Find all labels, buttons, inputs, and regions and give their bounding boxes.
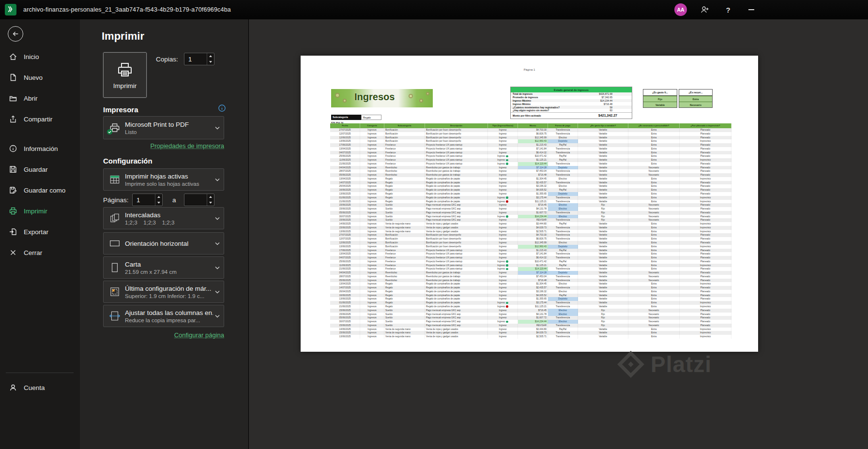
table-cell: Planeado — [680, 184, 731, 188]
banner-title: Ingresos — [354, 91, 395, 103]
table-cell: Imprevisto — [680, 177, 731, 181]
mini-table-cell: Fijo — [643, 96, 677, 102]
sidebar-item-nuevo[interactable]: Nuevo — [0, 67, 80, 88]
table-cell: Fijo — [578, 207, 628, 211]
table-cell: Pago mensual empresa GKC asp — [425, 211, 488, 215]
table-cell: Transferencia — [548, 335, 578, 339]
table-cell: Planeado — [680, 286, 731, 290]
table-cell: Fijo — [578, 203, 628, 207]
page-number-header: Página 1 — [301, 68, 758, 71]
copies-increment-button[interactable] — [207, 53, 214, 59]
margins-dropdown[interactable]: Última configuración de már... Superior:… — [103, 281, 224, 303]
table-cell: Ingresos — [360, 252, 384, 256]
column-header: Fecha — [330, 123, 360, 128]
active-sheets-icon — [108, 174, 121, 185]
table-cell: PayPal — [548, 264, 578, 268]
table-cell: PayPal — [548, 294, 578, 298]
sidebar-item-imprimir[interactable]: Imprimir — [0, 201, 80, 221]
column-header: ¿Fue planeado o imprevisto? — [680, 123, 731, 128]
table-cell: Proyecto freelance UX para startup — [425, 162, 488, 166]
table-cell: Extra — [628, 252, 680, 256]
pages-from-decrement-button[interactable] — [155, 200, 162, 206]
printer-info-icon[interactable] — [218, 104, 226, 112]
pages-from-increment-button[interactable] — [155, 194, 162, 200]
table-cell: Planeado — [680, 215, 731, 219]
table-cell: Imprevisto — [680, 158, 731, 162]
table-cell: Ingreso — [488, 233, 518, 237]
table-cell: Ingresos — [360, 128, 384, 132]
table-cell: Ingresos — [360, 154, 384, 158]
pages-to-stepper[interactable] — [184, 194, 214, 206]
sidebar-item-exportar[interactable]: Exportar — [0, 222, 80, 242]
table-cell: Ingresos — [360, 305, 384, 309]
table-row: 05/06/2025IngresosSueldoPago mensual emp… — [330, 316, 731, 320]
table-cell: Regalo — [384, 282, 425, 286]
printer-status: Listo — [125, 129, 213, 135]
page-setup-link[interactable]: Configurar página — [103, 331, 224, 339]
sidebar-item-guardar-como[interactable]: Guardar como — [0, 180, 80, 200]
table-cell: Ingreso — [488, 169, 518, 173]
summary-row: Total de ingresos$426,871.68 — [511, 92, 632, 96]
table-cell: $2,505.71 — [518, 230, 548, 234]
sidebar-item-label: Guardar como — [24, 187, 65, 194]
table-row: 21/06/2025IngresosRegaloRegalo de cumple… — [330, 200, 731, 204]
table-cell: Transferencia — [548, 324, 578, 328]
table-cell: $6,414.32 — [518, 256, 548, 260]
sidebar-item-cerrar[interactable]: Cerrar — [0, 242, 80, 263]
dropdown-title: Imprimir hojas activas — [125, 173, 213, 180]
sidebar-item-guardar[interactable]: Guardar — [0, 159, 80, 180]
print-what-dropdown[interactable]: Imprimir hojas activas Imprime solo las … — [103, 168, 224, 191]
sidebar-item-abrir[interactable]: Abrir — [0, 88, 80, 108]
back-button[interactable] — [8, 26, 23, 42]
table-cell: $4,005.52 — [518, 188, 548, 192]
table-cell: Planeado — [680, 260, 731, 264]
table-cell: PayPal — [548, 222, 578, 226]
table-cell: Fijo — [578, 324, 628, 328]
table-cell: $4,703.30 — [518, 233, 548, 237]
table-cell: Variable — [578, 260, 628, 264]
table-cell: $6,826.75 — [518, 132, 548, 136]
table-cell: Proyecto freelance UX para startup — [425, 267, 488, 271]
table-cell: Regalo de cumpleaños de papás — [425, 188, 488, 192]
avatar[interactable]: AA — [674, 3, 687, 16]
table-cell: 25/06/2025 — [330, 154, 360, 158]
pages-to-increment-button[interactable] — [207, 194, 214, 200]
paper-size-dropdown[interactable]: Carta 21.59 cm x 27.94 cm — [103, 256, 224, 279]
table-cell: 25/06/2025 — [330, 260, 360, 264]
sidebar-item-informacion[interactable]: Información — [0, 138, 80, 159]
table-cell: Planeado — [680, 207, 731, 211]
table-cell: Venta de ropa y gadget usados — [425, 226, 488, 230]
sidebar-item-inicio[interactable]: Inicio — [0, 46, 80, 67]
share-contact-icon[interactable] — [700, 4, 710, 15]
table-cell: Necesario — [628, 320, 680, 324]
table-cell: Pago mensual empresa GKC asp — [425, 316, 488, 320]
pages-from-stepper[interactable] — [132, 194, 163, 206]
sidebar-item-label: Información — [24, 145, 58, 152]
printer-properties-link[interactable]: Propiedades de impresora — [103, 142, 224, 150]
collation-dropdown[interactable]: Intercaladas 1;2;3 1;2;3 1;2;3 — [103, 207, 224, 229]
help-icon[interactable]: ? — [723, 4, 733, 15]
print-button[interactable]: Imprimir — [103, 52, 147, 98]
sidebar-item-compartir[interactable]: Compartir — [0, 109, 80, 129]
summary-title: Estado general de ingresos — [511, 87, 632, 92]
table-cell: Extra — [628, 158, 680, 162]
scaling-dropdown[interactable]: Ajustar todas las columnas en... Reduce … — [103, 305, 224, 327]
table-cell: 14/07/2025 — [330, 181, 360, 185]
printer-select[interactable]: Microsoft Print to PDF Listo — [103, 116, 224, 139]
copies-decrement-button[interactable] — [207, 59, 214, 65]
orientation-dropdown[interactable]: Orientación horizontal — [103, 232, 224, 254]
minimize-icon[interactable] — [746, 4, 757, 15]
sidebar-item-cuenta[interactable]: Cuenta — [0, 377, 80, 398]
table-cell: Ingreso — [488, 158, 518, 162]
table-cell: 04/07/2025 — [330, 256, 360, 260]
table-cell: Imprevisto — [680, 196, 731, 200]
table-cell: Necesario — [628, 218, 680, 222]
table-cell: 28/07/2025 — [330, 275, 360, 279]
table-cell: $12,960.43 — [518, 139, 548, 143]
table-cell: Ingresos — [360, 328, 384, 331]
table-cell: Regalo de cumpleaños de papás — [425, 294, 488, 298]
pages-to-decrement-button[interactable] — [207, 200, 214, 206]
table-cell: Fijo — [578, 218, 628, 222]
column-header: Subcategoría — [384, 123, 425, 128]
copies-stepper[interactable] — [184, 53, 214, 65]
